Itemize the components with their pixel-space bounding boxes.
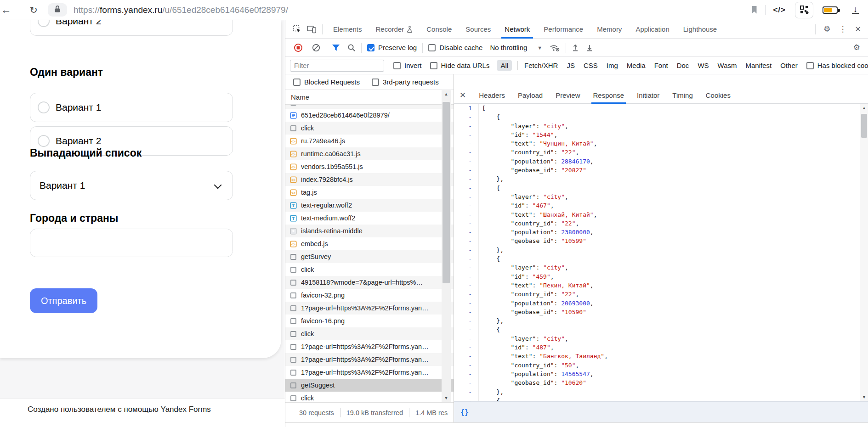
scroll-down-icon[interactable]: ▼ — [860, 393, 868, 401]
detail-tab-payload[interactable]: Payload — [511, 87, 549, 104]
table-row[interactable]: click — [285, 327, 454, 340]
network-settings-gear-icon[interactable]: ⚙ — [849, 43, 864, 52]
kebab-menu-icon[interactable]: ⋮ — [835, 24, 851, 34]
fold-marker-icon[interactable]: - — [454, 352, 479, 360]
table-row[interactable]: click — [285, 263, 454, 276]
bookmark-icon[interactable] — [751, 6, 758, 14]
hide-data-urls-checkbox[interactable]: Hide data URLs — [430, 62, 490, 69]
response-viewer[interactable]: 1[- {- "layer": "city",- "id": "1544",- … — [454, 104, 868, 401]
scrollbar-thumb[interactable] — [861, 114, 867, 138]
fold-marker-icon[interactable]: - — [454, 210, 479, 219]
detail-tab-preview[interactable]: Preview — [549, 87, 586, 104]
fold-marker-icon[interactable]: - — [454, 396, 479, 401]
fold-marker-icon[interactable]: - — [454, 236, 479, 245]
scrollbar-thumb[interactable] — [443, 102, 450, 283]
fold-marker-icon[interactable]: - — [454, 290, 479, 298]
detail-tab-headers[interactable]: Headers — [472, 87, 511, 104]
radio-icon[interactable] — [38, 135, 50, 147]
battery-icon[interactable] — [823, 6, 841, 15]
address-bar[interactable]: https://forms.yandex.ru/u/651ed28ceb6146… — [74, 5, 288, 15]
filter-chip-media[interactable]: Media — [627, 62, 646, 69]
settings-gear-icon[interactable]: ⚙ — [819, 24, 834, 34]
throttling-dropdown-icon[interactable]: ▼ — [537, 45, 542, 51]
fold-marker-icon[interactable]: - — [454, 361, 479, 370]
fold-marker-icon[interactable]: - — [454, 334, 479, 343]
filter-chip-wasm[interactable]: Wasm — [718, 62, 737, 69]
devtools-tab-console[interactable]: Console — [420, 20, 459, 39]
filter-chip-ws[interactable]: WS — [698, 62, 709, 69]
table-row[interactable]: <>ru.72a9ea46.js — [285, 135, 454, 147]
table-row[interactable]: click — [285, 392, 454, 402]
table-row[interactable]: click — [285, 122, 454, 135]
import-har-icon[interactable] — [572, 44, 579, 51]
fold-marker-icon[interactable]: - — [454, 254, 479, 263]
downloads-icon[interactable]: ↓ — [852, 6, 859, 14]
name-column-header[interactable]: Name — [285, 90, 454, 105]
record-network-log-icon[interactable] — [294, 43, 303, 52]
has-blocked-cookies-checkbox[interactable]: Has blocked cookies — [806, 62, 868, 69]
fold-marker-icon[interactable]: - — [454, 157, 479, 166]
fold-marker-icon[interactable]: - — [454, 130, 479, 139]
fold-marker-icon[interactable]: - — [454, 325, 479, 334]
table-row[interactable]: <>vendors.1b95a551.js — [285, 160, 454, 173]
fold-marker-icon[interactable]: - — [454, 201, 479, 210]
pretty-print-button[interactable]: {} — [460, 408, 469, 416]
cities-input[interactable] — [30, 229, 233, 257]
table-row[interactable]: islands-retina-middle — [285, 225, 454, 237]
option-card-clipped[interactable]: Вариант 2 — [30, 20, 233, 36]
devtools-tab-performance[interactable]: Performance — [537, 20, 590, 39]
table-row[interactable]: <>embed.js — [285, 237, 454, 250]
radio-icon[interactable] — [38, 20, 50, 27]
filter-chip-js[interactable]: JS — [567, 62, 575, 69]
fold-marker-icon[interactable]: - — [454, 343, 479, 352]
submit-button[interactable]: Отправить — [30, 288, 97, 313]
table-row[interactable]: 1?page-url=https%3A%2F%2Fforms.yan… — [285, 302, 454, 315]
detail-tab-timing[interactable]: Timing — [666, 87, 699, 104]
fold-marker-icon[interactable]: - — [454, 281, 479, 290]
fold-marker-icon[interactable]: - — [454, 316, 479, 325]
clear-network-log-icon[interactable] — [312, 44, 320, 52]
table-row[interactable]: 651ed28ceb614646e0f28979/ — [285, 109, 454, 122]
filter-chip-manifest[interactable]: Manifest — [746, 62, 772, 69]
table-row[interactable]: getSuggest — [285, 379, 454, 392]
scroll-up-icon[interactable]: ▲ — [442, 90, 451, 98]
fold-marker-icon[interactable]: - — [454, 148, 479, 157]
fold-marker-icon[interactable]: - — [454, 122, 479, 130]
devtools-tab-elements[interactable]: Elements — [326, 20, 369, 39]
table-row[interactable]: favicon-16.png — [285, 315, 454, 327]
close-detail-icon[interactable]: ✕ — [454, 90, 472, 100]
filter-chip-doc[interactable]: Doc — [677, 62, 689, 69]
table-row[interactable]: <>tag.js — [285, 186, 454, 199]
blocked-requests-checkbox[interactable]: Blocked Requests — [293, 78, 360, 86]
filter-chip-other[interactable]: Other — [780, 62, 798, 69]
third-party-requests-checkbox[interactable]: 3rd-party requests — [372, 78, 439, 86]
scroll-down-icon[interactable]: ▼ — [442, 394, 451, 402]
devtools-tab-network[interactable]: Network — [498, 20, 537, 39]
scroll-up-icon[interactable]: ▲ — [860, 104, 868, 112]
preserve-log-checkbox[interactable]: Preserve log — [367, 44, 417, 51]
filter-chip-all[interactable]: All — [497, 60, 512, 71]
fold-marker-icon[interactable]: - — [454, 139, 479, 148]
dropdown-select[interactable]: Вариант 1 — [30, 171, 233, 200]
table-row[interactable]: 1?page-url=https%3A%2F%2Fforms.yan… — [285, 340, 454, 353]
fold-marker-icon[interactable]: - — [454, 228, 479, 236]
devtools-tab-sources[interactable]: Sources — [459, 20, 498, 39]
table-row[interactable]: 1?page-url=https%3A%2F%2Fforms.yan… — [285, 366, 454, 379]
close-devtools-icon[interactable]: ✕ — [851, 25, 865, 34]
fold-marker-icon[interactable]: - — [454, 388, 479, 396]
filter-input[interactable] — [290, 60, 384, 72]
qr-code-icon[interactable] — [795, 2, 813, 18]
devtools-tab-lighthouse[interactable]: Lighthouse — [676, 20, 724, 39]
devtools-tab-application[interactable]: Application — [629, 20, 676, 39]
fold-marker-icon[interactable]: - — [454, 112, 479, 121]
table-row[interactable]: favicon-32.png — [285, 289, 454, 302]
fold-marker-icon[interactable]: - — [454, 370, 479, 378]
site-security-button[interactable] — [48, 3, 67, 17]
fold-marker-icon[interactable]: - — [454, 308, 479, 316]
request-list-scrollbar[interactable]: ▲ ▼ — [442, 90, 451, 402]
detail-tab-initiator[interactable]: Initiator — [630, 87, 666, 104]
invert-checkbox[interactable]: Invert — [393, 62, 422, 69]
table-row[interactable]: 49158118?wmode=7&page-url=https%… — [285, 276, 454, 289]
table-row[interactable]: 1?page-url=https%3A%2F%2Fforms.yan… — [285, 353, 454, 366]
fold-marker-icon[interactable]: - — [454, 246, 479, 254]
